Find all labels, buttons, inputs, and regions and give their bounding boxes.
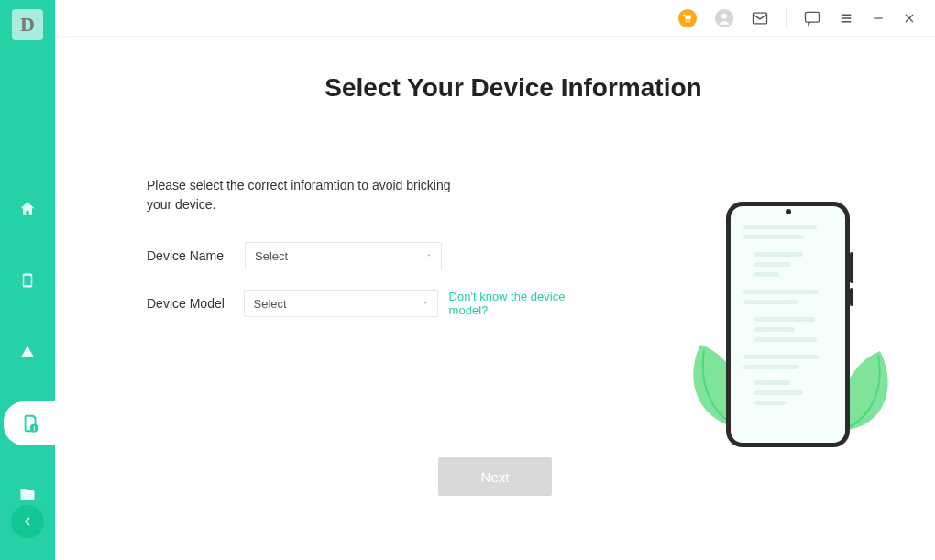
main-area: Select Your Device Information Please se…: [55, 0, 935, 560]
sidebar-item-device[interactable]: [0, 258, 55, 302]
menu-icon: [838, 10, 854, 27]
topbar-divider: [786, 9, 786, 27]
device-model-select[interactable]: Select: [244, 290, 438, 317]
content: Select Your Device Information Please se…: [55, 37, 935, 560]
device-name-select[interactable]: Select: [245, 242, 442, 269]
chevron-down-icon: [424, 249, 434, 263]
cloud-icon: [18, 343, 37, 361]
page-title: Select Your Device Information: [147, 73, 880, 103]
home-icon: [18, 200, 37, 218]
close-icon: [902, 11, 917, 26]
mail-icon: [751, 9, 769, 27]
mail-button[interactable]: [751, 9, 769, 27]
user-icon: [714, 8, 734, 28]
chevron-down-icon: [421, 297, 430, 311]
phone-side-button-1: [850, 252, 853, 283]
phone-icon: [19, 271, 36, 290]
device-name-label: Device Name: [147, 248, 234, 263]
recover-warning-icon: !: [21, 413, 41, 434]
minimize-icon: [871, 11, 886, 26]
form-area: Please select the correct inforamtion to…: [147, 176, 605, 317]
device-model-row: Device Model Select Don't know the devic…: [147, 290, 605, 317]
feedback-button[interactable]: [803, 9, 821, 27]
device-illustration: [688, 192, 889, 467]
sidebar-item-recover[interactable]: !: [4, 401, 59, 445]
user-button[interactable]: [714, 8, 734, 28]
menu-button[interactable]: [838, 10, 854, 27]
minimize-button[interactable]: [871, 11, 886, 26]
sidebar-nav: !: [0, 187, 55, 517]
phone-side-button-2: [850, 288, 853, 306]
device-name-row: Device Name Select: [147, 242, 605, 269]
phone-screen-lines: [731, 206, 845, 420]
device-model-label: Device Model: [147, 296, 233, 311]
close-button[interactable]: [902, 11, 917, 26]
cart-button[interactable]: [677, 8, 698, 28]
device-name-value: Select: [255, 249, 288, 263]
svg-point-6: [721, 13, 727, 18]
arrow-left-icon: [19, 513, 36, 530]
sidebar: D !: [0, 0, 55, 560]
phone-notch: [786, 209, 791, 214]
svg-rect-7: [754, 13, 767, 24]
phone-illustration: [726, 202, 850, 447]
sidebar-item-cloud[interactable]: [0, 330, 55, 374]
cart-icon: [677, 8, 698, 28]
svg-text:!: !: [33, 425, 35, 432]
topbar: [55, 0, 935, 37]
help-link[interactable]: Don't know the device model?: [449, 290, 605, 317]
sidebar-item-home[interactable]: [0, 187, 55, 231]
instruction-text: Please select the correct inforamtion to…: [147, 176, 458, 214]
app-logo-letter: D: [20, 13, 35, 37]
feedback-icon: [803, 9, 821, 27]
next-button[interactable]: Next: [438, 457, 552, 496]
svg-rect-8: [806, 12, 820, 22]
folder-icon: [18, 486, 37, 504]
app-logo: D: [12, 9, 43, 40]
back-button[interactable]: [11, 505, 44, 538]
device-model-value: Select: [254, 297, 287, 311]
svg-point-4: [688, 20, 690, 22]
svg-point-3: [686, 20, 688, 22]
